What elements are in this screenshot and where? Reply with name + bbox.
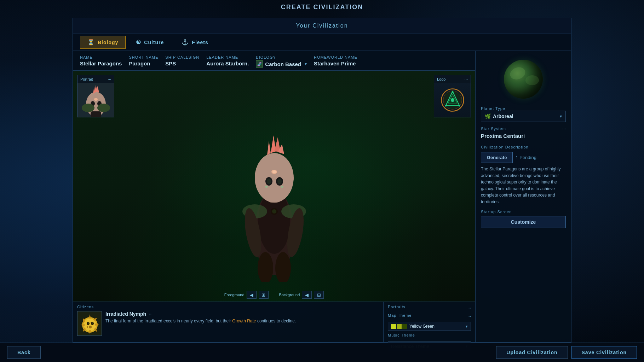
foreground-gallery-btn[interactable]: ⊞ <box>259 291 269 299</box>
biology-select[interactable]: 🧬 Carbon Based ▾ <box>256 60 307 68</box>
citizen-desc: The final form of the Irradiated excels … <box>105 318 379 324</box>
portrait-area: Portrait ··· <box>73 71 475 302</box>
portrait-thumb-dots[interactable]: ··· <box>108 77 111 81</box>
back-button[interactable]: Back <box>7 346 41 359</box>
name-label: Name <box>80 55 122 59</box>
fleets-icon: ⚓ <box>182 39 189 46</box>
citizens-section: Citizens <box>73 302 475 342</box>
planet-type-select[interactable]: 🌿 Arboreal ▾ <box>481 111 566 122</box>
svg-point-60 <box>88 322 89 324</box>
save-civilization-button[interactable]: Save Civilization <box>571 346 637 359</box>
tab-fleets-label: Fleets <box>192 40 208 45</box>
swatch-3 <box>402 324 407 329</box>
background-controls: Background ◀ ⊞ <box>279 291 324 299</box>
background-gallery-btn[interactable]: ⊞ <box>314 291 324 299</box>
svg-point-61 <box>92 322 93 324</box>
main-section: Name Stellar Paragons Short Name Paragon… <box>73 51 476 342</box>
citizen-info: Irradiated Nymph ··· The final form of t… <box>105 311 379 324</box>
citizen-avatar-img <box>77 311 102 336</box>
portraits-label-row: Portraits ··· <box>388 305 471 311</box>
svg-point-41 <box>458 105 460 106</box>
citizen-avatar[interactable] <box>77 311 102 336</box>
star-system-row: Star System ··· <box>481 126 566 131</box>
citizen-item: Irradiated Nymph ··· The final form of t… <box>77 311 379 336</box>
short-name-value[interactable]: Paragon <box>129 60 158 66</box>
tab-culture-label: Culture <box>144 40 164 45</box>
tab-fleets[interactable]: ⚓ Fleets <box>174 36 215 49</box>
biology-value: Carbon Based <box>265 61 301 67</box>
planet-type-arrow: ▾ <box>560 114 562 119</box>
svg-point-14 <box>265 186 268 188</box>
svg-point-57 <box>87 326 88 328</box>
star-system-dots[interactable]: ··· <box>562 126 566 131</box>
background-prev-btn[interactable]: ◀ <box>302 291 312 299</box>
svg-rect-34 <box>91 111 101 117</box>
customize-button[interactable]: Customize <box>481 216 566 228</box>
portrait-thumb-label: Portrait <box>80 77 93 81</box>
planet <box>504 60 543 99</box>
citizen-desc-before: The final form of the Irradiated excels … <box>105 319 231 323</box>
name-value[interactable]: Stellar Paragons <box>80 60 122 66</box>
planet-type-icon: 🌿 <box>485 113 491 119</box>
svg-point-33 <box>97 104 110 112</box>
generate-button[interactable]: Generate <box>481 152 513 163</box>
planet-type-group: Planet Type 🌿 Arboreal ▾ <box>481 106 566 122</box>
map-theme-select[interactable]: Yellow Green ▾ <box>388 322 471 331</box>
civ-desc-section: Civilization Description Generate 1 Pend… <box>481 145 566 205</box>
leader-name-label: Leader Name <box>206 55 249 59</box>
logo-thumb-label: Logo <box>437 77 445 81</box>
star-system-name[interactable]: Proxima Centauri <box>481 131 566 141</box>
name-field-group: Name Stellar Paragons <box>80 55 122 68</box>
upload-civilization-button[interactable]: Upload Civilization <box>496 346 568 359</box>
ship-callsign-value[interactable]: SPS <box>165 60 199 66</box>
tab-biology-label: Biology <box>98 40 118 45</box>
civ-desc-text: The Stellar Paragons are a group of high… <box>481 166 566 205</box>
portrait-thumbnail[interactable]: Portrait ··· <box>77 75 114 117</box>
homeworld-value[interactable]: Starhaven Prime <box>314 60 357 66</box>
planet-type-value: Arboreal <box>493 113 558 119</box>
map-theme-label: Map Theme <box>388 313 412 317</box>
title-bar: Create Civilization <box>0 0 644 14</box>
content-area: Name Stellar Paragons Short Name Paragon… <box>73 51 571 342</box>
svg-point-42 <box>445 105 447 106</box>
scene-controls: Foreground ◀ ⊞ Background ◀ ⊞ <box>73 291 475 299</box>
foreground-prev-btn[interactable]: ◀ <box>247 291 257 299</box>
startup-label: Startup Screen <box>481 210 566 214</box>
svg-point-10 <box>267 179 271 184</box>
right-panel: Planet Type 🌿 Arboreal ▾ Star System ···… <box>476 51 571 342</box>
svg-point-31 <box>94 98 98 101</box>
citizen-name: Irradiated Nymph <box>105 311 146 317</box>
citizen-name-row: Irradiated Nymph ··· <box>105 311 379 317</box>
leader-name-value[interactable]: Aurora Starborn. <box>206 60 249 66</box>
portraits-label: Portraits <box>388 305 406 309</box>
map-theme-name: Yellow Green <box>409 324 464 329</box>
pending-text: 1 Pending <box>516 155 536 160</box>
svg-point-39 <box>450 98 454 102</box>
tab-culture[interactable]: ☯ Culture <box>128 36 171 49</box>
logo-thumb-dots[interactable]: ··· <box>465 77 468 81</box>
window-title: Create Civilization <box>281 4 363 11</box>
map-theme-section: Portraits ··· Map Theme ··· Yellow Gr <box>383 302 475 342</box>
short-name-field-group: Short Name Paragon <box>129 55 158 68</box>
portrait-image <box>77 83 114 117</box>
bottom-bar: Back Upload Civilization Save Civilizati… <box>0 343 644 362</box>
music-theme-label: Music Theme <box>388 333 471 337</box>
homeworld-label: Homeworld Name <box>314 55 357 59</box>
map-theme-dots[interactable]: ··· <box>467 314 471 319</box>
swatch-2 <box>397 324 402 329</box>
tab-biology[interactable]: ⏳ Biology <box>80 36 126 49</box>
citizen-desc-after: continues to decline. <box>257 319 296 323</box>
culture-icon: ☯ <box>136 39 141 46</box>
civ-desc-label: Civilization Description <box>481 145 566 149</box>
svg-point-13 <box>272 170 276 173</box>
biology-icon: ⏳ <box>87 39 95 46</box>
logo-thumbnail[interactable]: Logo ··· <box>434 75 471 117</box>
background-label: Background <box>279 293 300 297</box>
tab-bar: ⏳ Biology ☯ Culture ⚓ Fleets <box>73 34 571 51</box>
citizen-dots[interactable]: ··· <box>149 311 153 316</box>
map-theme-header: Map Theme ··· <box>388 313 471 320</box>
foreground-label: Foreground <box>224 293 245 297</box>
portraits-dots[interactable]: ··· <box>467 305 471 310</box>
svg-point-15 <box>281 186 283 188</box>
swatch-1 <box>391 324 396 329</box>
